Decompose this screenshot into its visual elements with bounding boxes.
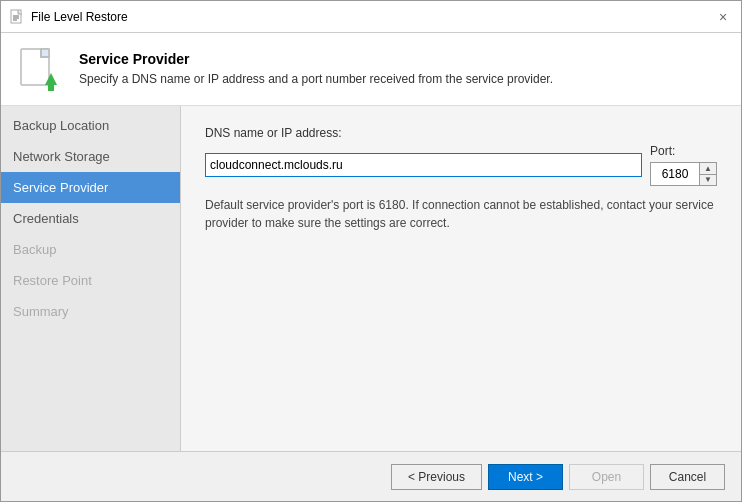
- port-input[interactable]: [651, 163, 699, 185]
- close-button[interactable]: ×: [713, 7, 733, 27]
- main-content: Backup Location Network Storage Service …: [1, 106, 741, 451]
- svg-rect-7: [48, 81, 54, 91]
- dns-port-row: Port: ▲ ▼: [205, 144, 717, 186]
- previous-button[interactable]: < Previous: [391, 464, 482, 490]
- window-icon: [9, 9, 25, 25]
- svg-marker-5: [41, 49, 49, 57]
- spinner-down-button[interactable]: ▼: [700, 175, 716, 186]
- dns-label: DNS name or IP address:: [205, 126, 717, 140]
- sidebar: Backup Location Network Storage Service …: [1, 106, 181, 451]
- dns-input[interactable]: [205, 153, 642, 177]
- open-button: Open: [569, 464, 644, 490]
- info-text: Default service provider's port is 6180.…: [205, 196, 717, 232]
- header-text: Service Provider Specify a DNS name or I…: [79, 51, 553, 88]
- port-label: Port:: [650, 144, 675, 158]
- port-spinner: ▲ ▼: [650, 162, 717, 186]
- port-group: Port: ▲ ▼: [650, 144, 717, 186]
- cancel-button[interactable]: Cancel: [650, 464, 725, 490]
- sidebar-item-backup: Backup: [1, 234, 180, 265]
- header-icon: [17, 45, 65, 93]
- next-button[interactable]: Next >: [488, 464, 563, 490]
- main-window: File Level Restore × Service Provider Sp…: [0, 0, 742, 502]
- header-title: Service Provider: [79, 51, 553, 67]
- title-bar: File Level Restore ×: [1, 1, 741, 33]
- spinner-up-button[interactable]: ▲: [700, 163, 716, 175]
- header-description: Specify a DNS name or IP address and a p…: [79, 71, 553, 88]
- header-area: Service Provider Specify a DNS name or I…: [1, 33, 741, 106]
- sidebar-item-network-storage[interactable]: Network Storage: [1, 141, 180, 172]
- footer: < Previous Next > Open Cancel: [1, 451, 741, 501]
- spinner-buttons: ▲ ▼: [699, 163, 716, 185]
- sidebar-item-credentials[interactable]: Credentials: [1, 203, 180, 234]
- window-title: File Level Restore: [31, 10, 713, 24]
- sidebar-item-summary: Summary: [1, 296, 180, 327]
- sidebar-item-restore-point: Restore Point: [1, 265, 180, 296]
- content-area: DNS name or IP address: Port: ▲ ▼ Defaul…: [181, 106, 741, 451]
- sidebar-item-service-provider[interactable]: Service Provider: [1, 172, 180, 203]
- sidebar-item-backup-location[interactable]: Backup Location: [1, 110, 180, 141]
